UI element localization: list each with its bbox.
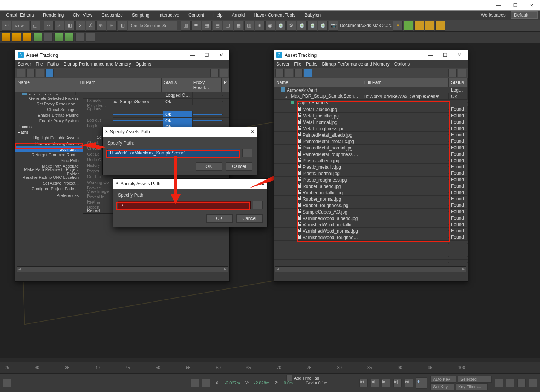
tool-icon[interactable]: ▦ [202, 21, 212, 31]
menu-server[interactable]: Server [18, 61, 31, 67]
ctx-global-settings[interactable]: Global Settings... [15, 107, 83, 112]
table-row[interactable]: Metal_normal.jpgFound [274, 119, 468, 125]
refcoord-dropdown[interactable]: View [12, 21, 29, 30]
cancel-button[interactable]: Cancel [236, 214, 263, 223]
tool-icon[interactable]: 🍵 [297, 21, 307, 31]
tool-align-icon[interactable]: ≣ [191, 21, 201, 31]
tool-icon[interactable] [23, 33, 32, 42]
table-row[interactable]: Metal_albedo.jpgFound [274, 106, 468, 113]
tool-icon[interactable]: ⚙ [286, 21, 296, 31]
table-row[interactable]: Rubber_albedo.jpgFound [274, 183, 468, 189]
menu-bitmap[interactable]: Bitmap Performance and Memory [63, 61, 131, 67]
table-row[interactable]: Rubber_metallic.jpgFound [274, 189, 468, 196]
tool-icon[interactable]: ⬚ [30, 21, 40, 31]
autokey-button[interactable]: Auto Key [430, 376, 456, 383]
nav-icon[interactable] [506, 379, 514, 387]
refresh-icon[interactable] [275, 69, 284, 77]
ctx-make-relative[interactable]: Make Path Relative to Project Folder [15, 169, 83, 174]
max-button[interactable]: ☐ [439, 51, 451, 59]
ok-button[interactable]: OK [196, 162, 222, 171]
config-icon[interactable] [220, 69, 228, 77]
max-button[interactable]: ❐ [507, 0, 523, 11]
tool-icon[interactable] [54, 33, 63, 42]
tool-icon[interactable]: 📷 [329, 21, 338, 31]
table-row[interactable]: Metal_roughness.jpgFound [274, 125, 468, 132]
close-button[interactable]: ✕ [251, 129, 254, 134]
min-button[interactable]: — [490, 0, 507, 11]
menu-arnold[interactable]: Arnold [228, 11, 249, 19]
next-frame-icon[interactable]: ▶| [393, 379, 402, 387]
table-row[interactable]: PaintedMetal_albedo.jpgFound [274, 132, 468, 138]
tool-icon[interactable]: ▥ [244, 21, 254, 31]
menu-paths[interactable]: Paths [306, 61, 318, 67]
table-row[interactable]: PaintedMetal_normal.jpgFound [274, 145, 468, 151]
tool-icon[interactable] [404, 21, 413, 31]
menu-options[interactable]: Options [136, 61, 151, 67]
ctx-enable-proxy-system[interactable]: Enable Proxy System [15, 118, 83, 124]
col-fullpath[interactable]: Full Path [75, 78, 162, 92]
table-row[interactable]: SampleCubes_AO.jpgFound [274, 209, 468, 215]
ctx-workingco[interactable]: Working Co [83, 179, 113, 185]
menu-options[interactable]: Options [394, 61, 410, 67]
min-button[interactable]: — [187, 51, 199, 59]
close-button[interactable]: ✕ [523, 0, 540, 11]
table-row-vault[interactable]: Autodesk Vault Logged [274, 87, 468, 93]
menu-help[interactable]: Help [210, 11, 226, 19]
menu-rendering[interactable]: Rendering [39, 11, 67, 19]
table-row[interactable]: Rubber_normal.jpgFound [274, 196, 468, 202]
table-icon[interactable] [45, 69, 54, 77]
tool-icon[interactable] [425, 21, 434, 31]
ctx-logout[interactable]: Log out [83, 117, 113, 123]
lock-icon[interactable] [191, 379, 199, 387]
menu-content[interactable]: Content [185, 11, 208, 19]
col-status[interactable]: Status [449, 78, 468, 87]
browse-button[interactable]: ... [242, 149, 252, 157]
min-button[interactable]: — [425, 51, 437, 59]
refresh-icon[interactable] [17, 69, 25, 77]
ctx-set-path[interactable]: Set Path... [15, 146, 83, 152]
menu-file[interactable]: File [35, 61, 43, 67]
timeline[interactable]: 25 30 35 40 45 50 55 60 65 70 75 80 85 9… [0, 362, 540, 373]
add-time-tag[interactable]: Add Time Tag [286, 375, 319, 381]
table-row[interactable]: Plastic_normal.jpgFound [274, 170, 468, 177]
col-name[interactable]: Name [15, 78, 75, 92]
col-name[interactable]: Name [274, 78, 361, 87]
tool-icon[interactable]: ◧ [65, 21, 75, 31]
max-button[interactable]: ☐ [201, 51, 213, 59]
tree-icon[interactable] [26, 69, 35, 77]
menu-paths[interactable]: Paths [47, 61, 59, 67]
dialog-titlebar[interactable]: 3 Specify Assets Path ✕ [103, 127, 257, 137]
tool-icon[interactable]: 🍵 [307, 21, 317, 31]
tool-render-icon[interactable]: 🍵 [276, 21, 286, 31]
menu-graph-editors[interactable]: Graph Editors [2, 11, 38, 19]
selection-set-dropdown[interactable]: Create Selection Se [128, 21, 177, 30]
play-icon[interactable]: ▶ [382, 379, 390, 387]
table-row[interactable]: VarnishedWood_albedo.jpgFound [274, 215, 468, 221]
tool-icon[interactable] [435, 21, 445, 31]
table-row-scene[interactable]: 3 Max_PBR_Setup_SampleScene.max H:\Work\… [274, 93, 468, 100]
col-p[interactable]: P [222, 78, 229, 92]
ctx-configure-project[interactable]: Configure Project Paths... [15, 186, 83, 191]
project-icon[interactable]: ▾ [393, 21, 403, 31]
ctx-retarget-root[interactable]: Retarget Common Root... [15, 152, 83, 157]
tool-icon[interactable]: ⊞ [255, 21, 265, 31]
status-icon[interactable] [3, 379, 11, 387]
menu-server[interactable]: Server [276, 61, 289, 67]
ok-button[interactable]: OK [206, 214, 233, 223]
tool-icon[interactable] [75, 33, 84, 42]
menu-civil-view[interactable]: Civil View [69, 11, 96, 19]
tool-icon[interactable]: ↔ [44, 21, 54, 31]
col-fullpath[interactable]: Full Path [361, 78, 449, 87]
table-row[interactable]: Plastic_metallic.jpgFound [274, 164, 468, 170]
h-scrollbar[interactable] [275, 266, 466, 272]
browse-button[interactable]: ... [253, 201, 263, 209]
prev-frame-icon[interactable]: ◀ [371, 379, 379, 387]
ctx-generate-proxies[interactable]: Generate Selected Proxies [15, 95, 83, 101]
ctx-resolve-unc[interactable]: Resolve Path to UNC Location [15, 174, 83, 180]
list-icon[interactable] [36, 69, 44, 77]
table-row[interactable]: VarnishedWood_normal.jpgFound [274, 228, 468, 234]
keymode-dropdown[interactable]: Selected [458, 376, 492, 383]
table-row[interactable]: VarnishedWood_metallic.jpgFound [274, 221, 468, 228]
close-button[interactable]: ✕ [215, 51, 227, 59]
tool-icon[interactable]: ▦ [234, 21, 243, 31]
